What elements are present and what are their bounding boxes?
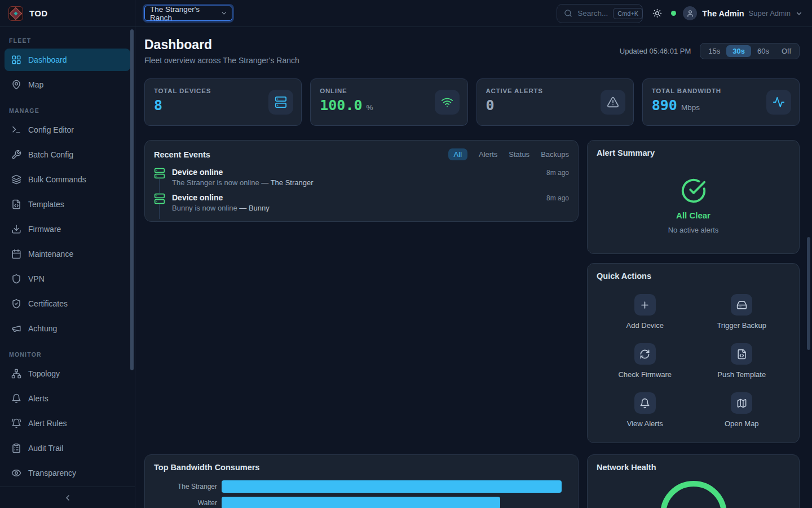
connection-status-dot — [671, 11, 676, 16]
site-selector[interactable]: The Stranger's Ranch — [144, 6, 232, 21]
plus-icon — [634, 294, 656, 316]
sidebar-item-transparency[interactable]: Transparency — [5, 462, 130, 484]
event-device: — Bunny — [239, 204, 269, 212]
open-map-button[interactable]: Open Map — [725, 392, 759, 428]
sidebar-item-certificates[interactable]: Certificates — [5, 292, 130, 315]
health-gauge-value: 100 — [680, 506, 707, 508]
search-icon — [564, 9, 572, 17]
chevron-left-icon — [63, 493, 72, 502]
bar-label: The Stranger — [154, 483, 217, 491]
bell-ring-icon — [11, 418, 21, 428]
event-row: Device online 8m ago Bunny is now online… — [154, 193, 569, 212]
sidebar-item-label: Alert Rules — [28, 419, 67, 428]
sidebar-item-templates[interactable]: Templates — [5, 193, 130, 216]
trigger-backup-button[interactable]: Trigger Backup — [717, 294, 766, 330]
shield-check-icon — [11, 299, 21, 309]
sidebar-collapse-button[interactable] — [0, 487, 135, 508]
stat-value: 8 — [154, 98, 162, 112]
sidebar-item-label: Batch Config — [28, 150, 73, 159]
topbar-right: Search... Cmd+K The Admin Super Admin — [557, 4, 803, 23]
refresh-interval-segmented: 15s 30s 60s Off — [700, 43, 800, 59]
stat-icon-chip — [766, 90, 791, 115]
sidebar-scrollbar-thumb[interactable] — [130, 29, 134, 370]
nav-section-manage: MANAGE — [9, 107, 126, 114]
sidebar-item-batch-config[interactable]: Batch Config — [5, 143, 130, 166]
hard-drive-icon — [731, 294, 752, 316]
network-health-title: Network Health — [597, 463, 790, 472]
sidebar-item-label: Transparency — [28, 468, 76, 478]
event-time: 8m ago — [546, 194, 569, 202]
bar-track — [222, 497, 562, 508]
sidebar-item-achtung[interactable]: Achtung — [5, 317, 130, 340]
alert-triangle-icon — [607, 96, 619, 108]
recent-events-title: Recent Events — [154, 150, 210, 159]
dashboard-columns: Recent Events All Alerts Status Backups — [144, 140, 800, 508]
view-alerts-button[interactable]: View Alerts — [627, 392, 663, 428]
sidebar-item-alert-rules[interactable]: Alert Rules — [5, 412, 130, 435]
page-header: Dashboard Fleet overview across The Stra… — [144, 36, 800, 65]
sidebar-item-maintenance[interactable]: Maintenance — [5, 243, 130, 265]
sidebar-item-audit-trail[interactable]: Audit Trail — [5, 437, 130, 459]
stat-value: 0 — [486, 98, 495, 112]
event-device: — The Stranger — [261, 178, 313, 187]
sidebar-item-alerts[interactable]: Alerts — [5, 387, 130, 410]
sidebar-item-label: Certificates — [28, 299, 68, 308]
alert-summary-body: All Clear No active alerts — [597, 178, 790, 234]
refresh-option-60s[interactable]: 60s — [751, 45, 775, 57]
filter-alerts[interactable]: Alerts — [479, 150, 497, 159]
theme-toggle-button[interactable] — [652, 8, 662, 18]
filter-all[interactable]: All — [448, 148, 467, 160]
page-subtitle: Fleet overview across The Stranger's Ran… — [144, 56, 299, 65]
user-menu[interactable]: The Admin Super Admin — [683, 6, 803, 20]
bandwidth-bar — [222, 480, 562, 493]
check-circle-icon — [681, 178, 707, 204]
sidebar-item-label: Map — [28, 80, 43, 89]
event-list: Device online 8m ago The Stranger is now… — [154, 168, 569, 212]
brand-name: TOD — [29, 8, 48, 18]
avatar — [683, 6, 697, 20]
terminal-icon — [11, 125, 21, 135]
filter-backups[interactable]: Backups — [541, 150, 569, 159]
stat-value: 890 — [652, 98, 677, 112]
sidebar-item-firmware[interactable]: Firmware — [5, 218, 130, 240]
quick-action-label: Push Template — [717, 370, 766, 379]
network-icon — [11, 369, 21, 379]
add-device-button[interactable]: Add Device — [626, 294, 664, 330]
bell-icon — [634, 392, 656, 414]
sidebar-item-topology[interactable]: Topology — [5, 362, 130, 385]
sidebar-item-map[interactable]: Map — [5, 73, 130, 96]
refresh-option-15s[interactable]: 15s — [702, 45, 726, 57]
search-input[interactable]: Search... Cmd+K — [557, 4, 643, 23]
quick-action-label: View Alerts — [627, 419, 663, 428]
user-name: The Admin — [702, 9, 744, 18]
sidebar-item-label: Maintenance — [28, 249, 73, 259]
chevron-down-icon — [795, 10, 803, 17]
quick-action-label: Check Firmware — [618, 370, 672, 379]
wifi-icon — [441, 96, 453, 108]
check-firmware-button[interactable]: Check Firmware — [618, 343, 672, 379]
topbar: The Stranger's Ranch Search... Cmd+K — [135, 0, 812, 27]
quick-action-label: Add Device — [626, 321, 664, 330]
page-title: Dashboard — [144, 37, 299, 52]
server-icon — [154, 193, 165, 204]
event-filters: All Alerts Status Backups — [448, 148, 569, 160]
sidebar-item-config-editor[interactable]: Config Editor — [5, 119, 130, 141]
refresh-option-30s[interactable]: 30s — [726, 45, 751, 57]
filter-status[interactable]: Status — [509, 150, 529, 159]
updated-timestamp: Updated 05:46:01 PM — [620, 47, 691, 55]
sidebar-item-vpn[interactable]: VPN — [5, 268, 130, 290]
sidebar-nav: FLEET Dashboard Map MANAGE Config Editor… — [0, 27, 135, 487]
sidebar-item-bulk-commands[interactable]: Bulk Commands — [5, 168, 130, 191]
sidebar-item-label: Firmware — [28, 225, 61, 234]
sidebar-item-label: Alerts — [28, 394, 48, 403]
clipboard-list-icon — [11, 443, 21, 453]
sidebar-item-dashboard[interactable]: Dashboard — [5, 49, 130, 71]
event-body: Device online 8m ago The Stranger is now… — [172, 168, 569, 187]
main-scrollbar-thumb[interactable] — [807, 237, 810, 350]
bar-track — [222, 480, 562, 493]
push-template-button[interactable]: Push Template — [717, 343, 766, 379]
refresh-option-off[interactable]: Off — [775, 45, 797, 57]
stat-cards-row: TOTAL DEVICES 8 ONLINE 100.0 % — [144, 78, 800, 126]
bandwidth-bar — [222, 497, 500, 508]
network-health-panel: Network Health 100 — [587, 454, 800, 508]
